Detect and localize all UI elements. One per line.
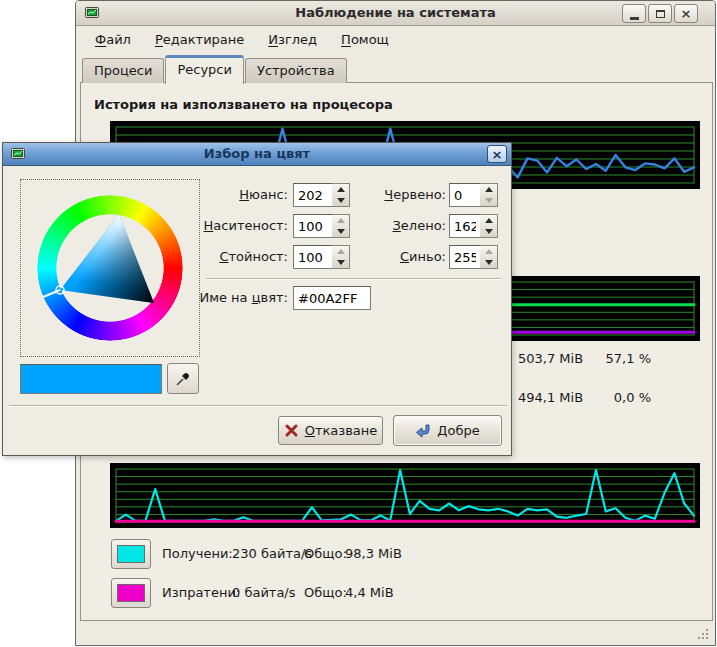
menu-view[interactable]: Изглед bbox=[263, 30, 322, 49]
network-history-chart bbox=[110, 463, 700, 528]
menubar: Файл Редактиране Изглед Помощ bbox=[76, 27, 715, 52]
value-label: Стойност: bbox=[153, 249, 288, 264]
saturation-label: Наситеност: bbox=[153, 218, 288, 233]
tab-bar: Процеси Ресурси Устройства bbox=[82, 55, 348, 83]
blue-label: Синьо: bbox=[333, 249, 446, 264]
green-input[interactable] bbox=[449, 214, 481, 238]
red-spinner[interactable] bbox=[480, 183, 498, 207]
minimize-button[interactable] bbox=[622, 4, 646, 23]
blue-spinner[interactable] bbox=[480, 245, 498, 269]
menu-file[interactable]: Файл bbox=[90, 30, 136, 49]
main-titlebar: Наблюдение на системата × bbox=[76, 1, 715, 26]
value-input[interactable] bbox=[293, 245, 333, 269]
window-title: Наблюдение на системата bbox=[76, 5, 715, 20]
color-name-label: Име на цвят: bbox=[163, 290, 288, 305]
tab-devices[interactable]: Устройства bbox=[245, 58, 347, 83]
sent-color-button[interactable] bbox=[111, 578, 151, 608]
ok-button[interactable]: Добре bbox=[394, 416, 501, 445]
received-rate: 230 байта/s bbox=[232, 546, 312, 561]
ok-label: Добре bbox=[437, 423, 479, 438]
dialog-title: Избор на цвят bbox=[3, 146, 511, 161]
buttons-separator bbox=[9, 405, 507, 407]
sent-total: 4,4 MiB bbox=[345, 585, 394, 600]
red-input[interactable] bbox=[449, 183, 481, 207]
eyedropper-icon bbox=[174, 370, 192, 388]
dialog-close-button[interactable]: × bbox=[487, 145, 507, 163]
sv-triangle[interactable] bbox=[21, 180, 199, 356]
close-icon: × bbox=[681, 7, 692, 20]
blue-input[interactable] bbox=[449, 245, 481, 269]
red-label: Червено: bbox=[333, 187, 446, 202]
cpu-history-heading: История на използването на процесора bbox=[94, 97, 393, 112]
menu-help[interactable]: Помощ bbox=[336, 30, 394, 49]
swap-used-percent: 0,0 % bbox=[591, 390, 651, 405]
swap-used-value: 494,1 MiB bbox=[518, 390, 583, 405]
color-name-input[interactable] bbox=[293, 286, 371, 310]
received-total-label: Общо: bbox=[304, 546, 347, 561]
cancel-button[interactable]: Отказване bbox=[278, 416, 383, 445]
desktop: Наблюдение на системата × Файл Редактира… bbox=[0, 0, 717, 647]
eyedropper-button[interactable] bbox=[167, 363, 199, 394]
minimize-icon bbox=[630, 17, 639, 20]
color-preview-swatch bbox=[20, 364, 162, 394]
color-picker-dialog: Избор на цвят × bbox=[2, 142, 512, 456]
fields-separator bbox=[206, 278, 501, 280]
received-total: 98,3 MiB bbox=[345, 546, 402, 561]
dialog-titlebar: Избор на цвят × bbox=[3, 143, 511, 166]
received-color-swatch bbox=[117, 545, 145, 563]
sent-label: Изпратени: bbox=[162, 585, 240, 600]
cancel-icon bbox=[284, 423, 299, 438]
ok-icon bbox=[415, 423, 431, 438]
received-label: Получени: bbox=[162, 546, 233, 561]
cancel-label: Отказване bbox=[305, 423, 378, 438]
saturation-input[interactable] bbox=[293, 214, 333, 238]
sent-color-swatch bbox=[117, 584, 145, 602]
statusbar bbox=[76, 622, 715, 646]
color-wheel-box bbox=[20, 179, 200, 357]
maximize-icon bbox=[656, 10, 665, 18]
hue-label: Нюанс: bbox=[153, 187, 288, 202]
memory-used-percent: 57,1 % bbox=[591, 351, 651, 366]
tab-resources[interactable]: Ресурси bbox=[165, 55, 244, 84]
received-color-button[interactable] bbox=[111, 539, 151, 569]
maximize-button[interactable] bbox=[648, 4, 672, 23]
green-label: Зелено: bbox=[333, 218, 446, 233]
tab-processes[interactable]: Процеси bbox=[82, 58, 164, 83]
green-spinner[interactable] bbox=[480, 214, 498, 238]
menu-edit[interactable]: Редактиране bbox=[150, 30, 249, 49]
close-button[interactable]: × bbox=[674, 4, 698, 23]
resize-grip[interactable] bbox=[696, 627, 710, 641]
sent-total-label: Общо: bbox=[304, 585, 347, 600]
memory-used-value: 503,7 MiB bbox=[518, 351, 583, 366]
sent-rate: 0 байта/s bbox=[232, 585, 296, 600]
dialog-close-icon: × bbox=[492, 148, 503, 161]
hue-input[interactable] bbox=[293, 183, 333, 207]
